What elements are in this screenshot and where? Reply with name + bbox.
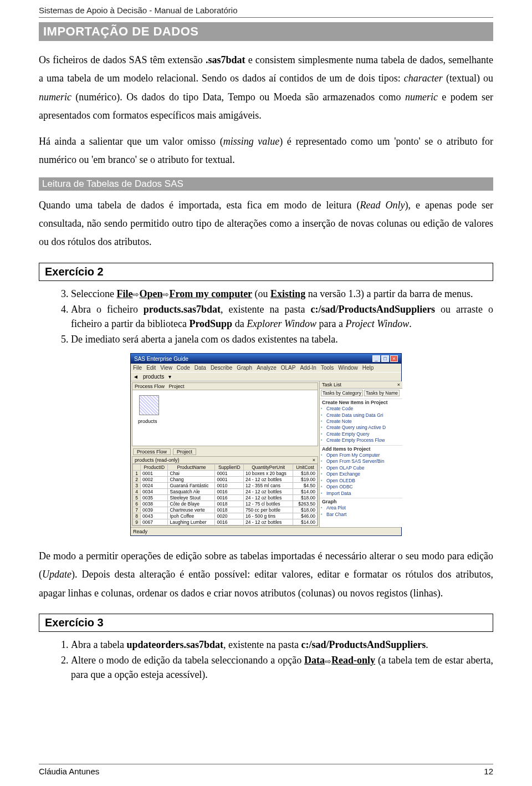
- minimize-button[interactable]: _: [372, 355, 380, 362]
- cell[interactable]: 0034: [141, 489, 168, 495]
- cell[interactable]: Steeleye Stout: [168, 495, 215, 501]
- task-item[interactable]: Open Exchange: [320, 471, 402, 477]
- table-row[interactable]: 20002Chang000124 - 12 oz bottles$19.00: [133, 477, 318, 483]
- column-header[interactable]: UnitCost: [293, 465, 318, 471]
- cell[interactable]: 7: [133, 507, 141, 513]
- table-row[interactable]: 60038Côte de Blaye001812 - 75 cl bottles…: [133, 501, 318, 507]
- cell[interactable]: $19.00: [293, 477, 318, 483]
- tab-tasks-by-name[interactable]: Tasks by Name: [364, 390, 400, 396]
- cell[interactable]: 750 cc per bottle: [244, 507, 293, 513]
- toolbar[interactable]: ◄ products ▾: [131, 372, 401, 381]
- menu-item-graph[interactable]: Graph: [237, 365, 252, 371]
- tab-process-flow[interactable]: Process Flow: [133, 448, 171, 455]
- cell[interactable]: 0043: [141, 513, 168, 519]
- cell[interactable]: 0018: [215, 501, 244, 507]
- cell[interactable]: $18.00: [293, 471, 318, 477]
- task-item[interactable]: Open ODBC: [320, 484, 402, 490]
- menu-item-view[interactable]: View: [160, 365, 172, 371]
- cell[interactable]: Chartreuse verte: [168, 507, 215, 513]
- menu-item-data[interactable]: Data: [195, 365, 206, 371]
- menu-item-describe[interactable]: Describe: [211, 365, 232, 371]
- table-row[interactable]: 40034Sasquatch Ale001624 - 12 oz bottles…: [133, 489, 318, 495]
- column-header[interactable]: ProductName: [168, 465, 215, 471]
- cell[interactable]: Sasquatch Ale: [168, 489, 215, 495]
- cell[interactable]: 5: [133, 495, 141, 501]
- task-item[interactable]: Open From SAS Server/Bin: [320, 458, 402, 465]
- cell[interactable]: 24 - 12 oz bottles: [244, 489, 293, 495]
- cell[interactable]: 0020: [215, 513, 244, 519]
- data-grid[interactable]: ProductIDProductNameSupplierIDQuantityPe…: [132, 464, 318, 525]
- cell[interactable]: 0016: [215, 489, 244, 495]
- grid-close-icon[interactable]: ×: [313, 457, 315, 463]
- cell[interactable]: 24 - 12 oz bottles: [244, 495, 293, 501]
- cell[interactable]: 0039: [141, 507, 168, 513]
- cell[interactable]: 0001: [141, 471, 168, 477]
- toolbar-back-icon[interactable]: ◄: [133, 374, 139, 380]
- cell[interactable]: 0016: [215, 495, 244, 501]
- cell[interactable]: Chai: [168, 471, 215, 477]
- flow-tabs[interactable]: Process Flow Project: [131, 447, 319, 456]
- menu-item-code[interactable]: Code: [177, 365, 190, 371]
- task-item[interactable]: Create Empty Query: [320, 431, 402, 437]
- table-row[interactable]: 30024Guaraná Fantástic001012 - 355 ml ca…: [133, 483, 318, 489]
- column-header[interactable]: [133, 465, 141, 471]
- cell[interactable]: Guaraná Fantástic: [168, 483, 215, 489]
- cell[interactable]: 6: [133, 501, 141, 507]
- cell[interactable]: 2: [133, 477, 141, 483]
- menu-item-analyze[interactable]: Analyze: [257, 365, 277, 371]
- cell[interactable]: 0038: [141, 501, 168, 507]
- cell[interactable]: Chang: [168, 477, 215, 483]
- cell[interactable]: 0010: [215, 483, 244, 489]
- column-header[interactable]: ProductID: [141, 465, 168, 471]
- task-item[interactable]: Create Note: [320, 418, 402, 425]
- cell[interactable]: 0001: [215, 471, 244, 477]
- cell[interactable]: 0024: [141, 483, 168, 489]
- menu-item-add-in[interactable]: Add-In: [300, 365, 316, 371]
- task-item[interactable]: Open OLEDB: [320, 478, 402, 484]
- cell[interactable]: 0016: [215, 519, 244, 525]
- cell[interactable]: Laughing Lumber: [168, 519, 215, 525]
- titlebar[interactable]: SAS Enterprise Guide _ □ ×: [131, 354, 401, 364]
- table-row[interactable]: 90067Laughing Lumber001624 - 12 oz bottl…: [133, 519, 318, 525]
- task-item[interactable]: Create Data using Data Gri: [320, 412, 402, 418]
- cell[interactable]: $263.50: [293, 501, 318, 507]
- menu-item-help[interactable]: Help: [362, 365, 374, 371]
- cell[interactable]: 0035: [141, 495, 168, 501]
- table-row[interactable]: 50035Steeleye Stout001624 - 12 oz bottle…: [133, 495, 318, 501]
- cell[interactable]: 24 - 12 oz bottles: [244, 519, 293, 525]
- cell[interactable]: $18.00: [293, 495, 318, 501]
- breadcrumb-products[interactable]: products: [143, 374, 164, 380]
- tab-project[interactable]: Project: [173, 448, 196, 455]
- table-row[interactable]: 10001Chai000110 boxes x 20 bags$18.00: [133, 471, 318, 477]
- column-header[interactable]: SupplierID: [215, 465, 244, 471]
- process-flow-pane[interactable]: Process Flow Project products: [132, 382, 318, 446]
- cell[interactable]: 3: [133, 483, 141, 489]
- cell[interactable]: 10 boxes x 20 bags: [244, 471, 293, 477]
- products-node-icon[interactable]: [139, 395, 159, 415]
- task-list-close-icon[interactable]: ×: [397, 382, 400, 387]
- tab-tasks-by-category[interactable]: Tasks by Category: [321, 390, 363, 396]
- cell[interactable]: 0018: [215, 507, 244, 513]
- cell[interactable]: 0002: [141, 477, 168, 483]
- cell[interactable]: 0001: [215, 477, 244, 483]
- cell[interactable]: 0067: [141, 519, 168, 525]
- task-item[interactable]: Create Empty Process Flow: [320, 437, 402, 443]
- cell[interactable]: 4: [133, 489, 141, 495]
- cell[interactable]: Côte de Blaye: [168, 501, 215, 507]
- cell[interactable]: 8: [133, 513, 141, 519]
- close-button[interactable]: ×: [390, 355, 398, 362]
- task-item[interactable]: Bar Chart: [320, 512, 402, 518]
- cell[interactable]: 24 - 12 oz bottles: [244, 477, 293, 483]
- menubar[interactable]: FileEditViewCodeDataDescribeGraphAnalyze…: [131, 364, 401, 372]
- cell[interactable]: $14.00: [293, 489, 318, 495]
- cell[interactable]: $18.00: [293, 507, 318, 513]
- task-item[interactable]: Open OLAP Cube: [320, 465, 402, 471]
- menu-item-file[interactable]: File: [133, 365, 142, 371]
- cell[interactable]: 12 - 75 cl bottles: [244, 501, 293, 507]
- cell[interactable]: 12 - 355 ml cans: [244, 483, 293, 489]
- table-row[interactable]: 70039Chartreuse verte0018750 cc per bott…: [133, 507, 318, 513]
- toolbar-dropdown-icon[interactable]: ▾: [168, 374, 171, 380]
- task-item[interactable]: Create Query using Active D: [320, 425, 402, 431]
- column-header[interactable]: QuantityPerUnit: [244, 465, 293, 471]
- task-item[interactable]: Create Code: [320, 406, 402, 412]
